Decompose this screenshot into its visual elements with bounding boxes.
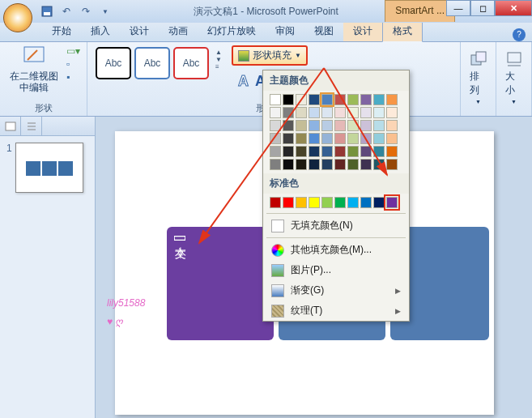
- color-swatch[interactable]: [360, 94, 372, 105]
- color-swatch[interactable]: [309, 159, 320, 170]
- shape-style-swatch[interactable]: Abc: [173, 47, 209, 79]
- color-swatch[interactable]: [309, 197, 320, 208]
- color-swatch[interactable]: [270, 120, 281, 131]
- texture-fill-item[interactable]: 纹理(T) ▶: [263, 301, 409, 321]
- color-swatch[interactable]: [373, 94, 385, 105]
- color-swatch[interactable]: [334, 107, 346, 118]
- color-swatch[interactable]: [334, 120, 346, 131]
- color-swatch[interactable]: [386, 133, 398, 144]
- color-swatch[interactable]: [283, 146, 294, 157]
- color-swatch[interactable]: [321, 120, 333, 131]
- color-swatch[interactable]: [296, 133, 307, 144]
- shape-fill-button[interactable]: 形状填充 ▼: [232, 45, 308, 66]
- smaller-icon[interactable]: ▪: [66, 71, 80, 83]
- color-swatch[interactable]: [283, 120, 294, 131]
- save-icon[interactable]: [39, 3, 55, 19]
- smartart-block-1[interactable]: [文本]: [167, 227, 274, 340]
- minimize-button[interactable]: —: [446, 0, 470, 16]
- color-swatch[interactable]: [360, 159, 372, 170]
- color-swatch[interactable]: [321, 94, 333, 105]
- color-swatch[interactable]: [347, 197, 359, 208]
- color-swatch[interactable]: [347, 94, 359, 105]
- color-swatch[interactable]: [386, 197, 398, 208]
- color-swatch[interactable]: [347, 120, 359, 131]
- color-swatch[interactable]: [270, 159, 281, 170]
- color-swatch[interactable]: [296, 107, 307, 118]
- edit-2d-button[interactable]: 在二维视图中编辑: [6, 45, 62, 94]
- color-swatch[interactable]: [283, 133, 294, 144]
- color-swatch[interactable]: [373, 146, 385, 157]
- color-swatch[interactable]: [360, 120, 372, 131]
- color-swatch[interactable]: [334, 146, 346, 157]
- color-swatch[interactable]: [360, 107, 372, 118]
- color-swatch[interactable]: [321, 146, 333, 157]
- color-swatch[interactable]: [270, 133, 281, 144]
- color-swatch[interactable]: [386, 120, 398, 131]
- color-swatch[interactable]: [360, 146, 372, 157]
- color-swatch[interactable]: [373, 159, 385, 170]
- color-swatch[interactable]: [283, 94, 294, 105]
- color-swatch[interactable]: [270, 107, 281, 118]
- redo-icon[interactable]: ↷: [78, 3, 94, 19]
- color-swatch[interactable]: [283, 159, 294, 170]
- color-swatch[interactable]: [386, 146, 398, 157]
- color-swatch[interactable]: [347, 107, 359, 118]
- color-swatch[interactable]: [296, 94, 307, 105]
- color-swatch[interactable]: [296, 197, 307, 208]
- color-swatch[interactable]: [373, 107, 385, 118]
- color-swatch[interactable]: [321, 133, 333, 144]
- color-swatch[interactable]: [283, 107, 294, 118]
- office-button[interactable]: [3, 3, 32, 32]
- color-swatch[interactable]: [309, 107, 320, 118]
- color-swatch[interactable]: [296, 120, 307, 131]
- color-swatch[interactable]: [296, 159, 307, 170]
- shape-style-swatch[interactable]: Abc: [134, 47, 170, 79]
- color-swatch[interactable]: [334, 133, 346, 144]
- color-swatch[interactable]: [373, 197, 385, 208]
- color-swatch[interactable]: [386, 159, 398, 170]
- color-swatch[interactable]: [270, 94, 281, 105]
- qat-dropdown-icon[interactable]: ▼: [97, 3, 113, 19]
- color-swatch[interactable]: [296, 146, 307, 157]
- ribbon-tab[interactable]: 审阅: [266, 21, 304, 41]
- maximize-button[interactable]: ◻: [470, 0, 495, 16]
- color-swatch[interactable]: [321, 197, 333, 208]
- ribbon-tab[interactable]: 设计: [343, 21, 382, 41]
- arrange-button[interactable]: 排列 ▼: [466, 45, 491, 104]
- ribbon-tab[interactable]: 格式: [382, 20, 423, 42]
- color-swatch[interactable]: [283, 197, 294, 208]
- color-swatch[interactable]: [347, 159, 359, 170]
- ribbon-tab[interactable]: 开始: [42, 21, 81, 41]
- picture-fill-item[interactable]: 图片(P)...: [263, 260, 409, 280]
- color-swatch[interactable]: [270, 146, 281, 157]
- color-swatch[interactable]: [334, 197, 346, 208]
- help-icon[interactable]: ?: [513, 28, 526, 41]
- color-swatch[interactable]: [386, 107, 398, 118]
- ribbon-tab[interactable]: 插入: [81, 21, 120, 41]
- color-swatch[interactable]: [373, 133, 385, 144]
- color-swatch[interactable]: [309, 94, 320, 105]
- no-fill-item[interactable]: 无填充颜色(N): [263, 215, 409, 236]
- gradient-fill-item[interactable]: 渐变(G) ▶: [263, 280, 409, 301]
- outline-tab-icon[interactable]: [21, 117, 42, 135]
- larger-icon[interactable]: ▫: [66, 58, 80, 70]
- shape-style-swatch[interactable]: Abc: [96, 47, 131, 79]
- color-swatch[interactable]: [347, 146, 359, 157]
- gallery-scroll[interactable]: ▲▼≡: [215, 45, 222, 70]
- shape-style-gallery[interactable]: Abc Abc Abc: [94, 45, 211, 81]
- color-swatch[interactable]: [334, 94, 346, 105]
- color-swatch[interactable]: [321, 159, 333, 170]
- color-swatch[interactable]: [309, 146, 320, 157]
- size-button[interactable]: 大小 ▼: [502, 45, 526, 104]
- ribbon-tab[interactable]: 动画: [159, 21, 198, 41]
- color-swatch[interactable]: [270, 197, 281, 208]
- undo-icon[interactable]: ↶: [58, 3, 74, 19]
- slide-thumbnail[interactable]: 1: [0, 136, 95, 199]
- slides-tab-icon[interactable]: [0, 117, 21, 135]
- ribbon-tab[interactable]: 幻灯片放映: [198, 21, 266, 41]
- color-swatch[interactable]: [309, 133, 320, 144]
- color-swatch[interactable]: [334, 159, 346, 170]
- color-swatch[interactable]: [347, 133, 359, 144]
- ribbon-tab[interactable]: 设计: [120, 21, 159, 41]
- color-swatch[interactable]: [321, 107, 333, 118]
